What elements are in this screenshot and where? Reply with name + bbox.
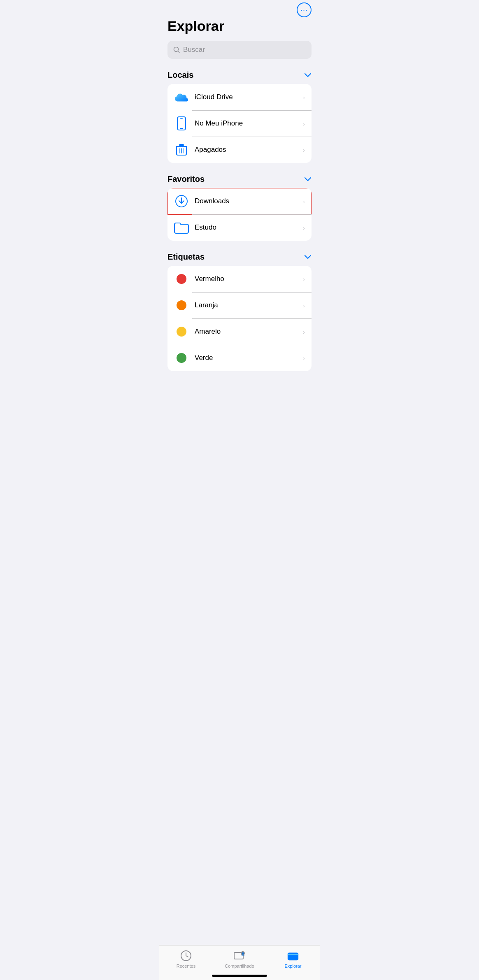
amarelo-item[interactable]: Amarelo › — [167, 318, 312, 345]
trash-icon — [174, 142, 189, 157]
verde-chevron: › — [303, 355, 305, 362]
apagados-label: Apagados — [195, 146, 303, 154]
estudo-chevron: › — [303, 224, 305, 231]
search-icon — [173, 46, 180, 53]
iphone-item[interactable]: No Meu iPhone › — [167, 110, 312, 137]
laranja-item[interactable]: Laranja › — [167, 292, 312, 318]
icloud-drive-item[interactable]: iCloud Drive › — [167, 84, 312, 110]
verde-label: Verde — [195, 354, 303, 362]
etiquetas-header: Etiquetas — [159, 252, 320, 262]
vermelho-item[interactable]: Vermelho › — [167, 266, 312, 292]
amarelo-icon — [174, 324, 189, 339]
favoritos-chevron-down[interactable] — [304, 176, 312, 183]
locais-title: Locais — [167, 70, 193, 80]
downloads-chevron: › — [303, 198, 305, 205]
favoritos-list: Downloads › Estudo › — [167, 188, 312, 241]
more-options-button[interactable]: ··· — [297, 2, 312, 17]
iphone-icon — [174, 116, 189, 131]
icloud-drive-chevron: › — [303, 94, 305, 101]
search-placeholder: Buscar — [183, 46, 205, 54]
estudo-item[interactable]: Estudo › — [167, 214, 312, 241]
amarelo-chevron: › — [303, 328, 305, 335]
laranja-chevron: › — [303, 302, 305, 309]
downloads-item[interactable]: Downloads › — [167, 188, 312, 214]
page-title: Explorar — [159, 18, 320, 34]
laranja-icon — [174, 298, 189, 313]
vermelho-label: Vermelho — [195, 275, 303, 283]
verde-item[interactable]: Verde › — [167, 345, 312, 371]
vermelho-chevron: › — [303, 276, 305, 283]
etiquetas-list: Vermelho › Laranja › Amarelo › — [167, 266, 312, 371]
locais-section: Locais — [159, 70, 320, 163]
locais-list: iCloud Drive › No Meu iPhone › — [167, 84, 312, 163]
locais-chevron-down[interactable] — [304, 72, 312, 79]
download-icon — [174, 194, 189, 209]
etiquetas-chevron-down[interactable] — [304, 253, 312, 261]
favoritos-header: Favoritos — [159, 174, 320, 184]
search-bar[interactable]: Buscar — [167, 41, 312, 59]
svg-rect-3 — [180, 128, 183, 129]
svg-rect-7 — [179, 144, 184, 146]
more-options-label: ··· — [300, 6, 308, 14]
locais-header: Locais — [159, 70, 320, 80]
etiquetas-section: Etiquetas Vermelho › Laranja — [159, 252, 320, 371]
verde-icon — [174, 351, 189, 365]
apagados-chevron: › — [303, 146, 305, 153]
amarelo-label: Amarelo — [195, 327, 303, 336]
etiquetas-title: Etiquetas — [167, 252, 205, 262]
downloads-label: Downloads — [195, 197, 303, 205]
vermelho-icon — [174, 272, 189, 286]
favoritos-section: Favoritos Downloads › — [159, 174, 320, 241]
icloud-icon — [174, 90, 189, 105]
favoritos-title: Favoritos — [167, 174, 205, 184]
iphone-chevron: › — [303, 120, 305, 127]
trash-item[interactable]: Apagados › — [167, 137, 312, 163]
svg-rect-4 — [180, 118, 183, 119]
estudo-label: Estudo — [195, 223, 303, 232]
folder-icon — [174, 220, 189, 235]
svg-line-1 — [178, 51, 179, 53]
laranja-label: Laranja — [195, 301, 303, 309]
iphone-label: No Meu iPhone — [195, 119, 303, 128]
icloud-drive-label: iCloud Drive — [195, 93, 303, 101]
